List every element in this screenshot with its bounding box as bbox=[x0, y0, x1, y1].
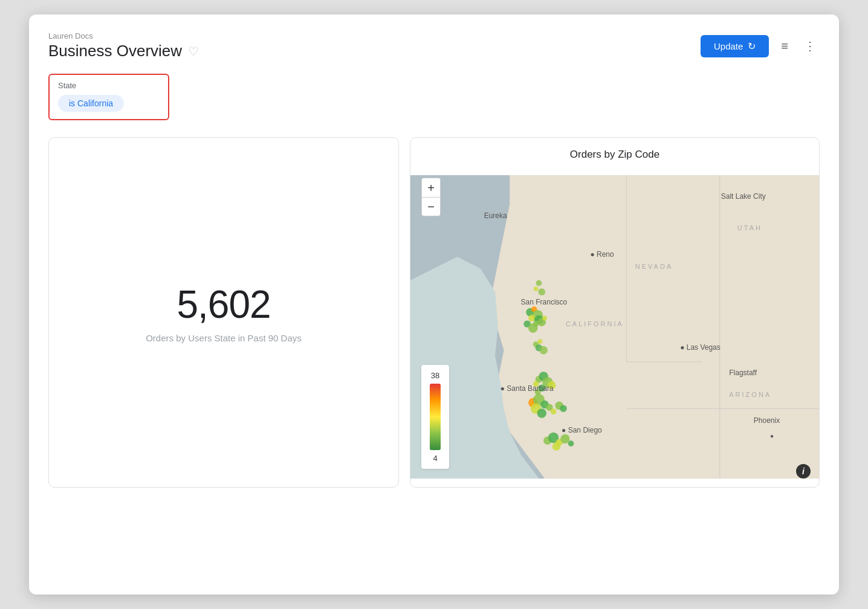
map-container: Eureka ● Reno Salt Lake City NEVADA UTAH… bbox=[410, 167, 819, 487]
page-title-text: Business Overview bbox=[48, 42, 182, 60]
update-button-label: Update bbox=[714, 41, 743, 51]
refresh-icon: ↻ bbox=[748, 40, 756, 52]
stat-panel: 5,602 Orders by Users State in Past 90 D… bbox=[48, 137, 399, 488]
zoom-in-button[interactable]: + bbox=[421, 178, 441, 197]
filter-label: State bbox=[58, 81, 160, 90]
map-info-icon[interactable]: i bbox=[796, 464, 811, 478]
svg-marker-2 bbox=[492, 175, 626, 478]
title-area: Lauren Docs Business Overview ♡ bbox=[48, 31, 199, 60]
page-title: Business Overview ♡ bbox=[48, 42, 199, 60]
main-window: Lauren Docs Business Overview ♡ Update ↻… bbox=[29, 14, 839, 594]
svg-point-24 bbox=[539, 346, 548, 355]
legend-bar bbox=[430, 384, 441, 450]
stat-number: 5,602 bbox=[177, 282, 270, 327]
more-options-button[interactable]: ⋮ bbox=[800, 36, 820, 56]
header: Lauren Docs Business Overview ♡ Update ↻… bbox=[48, 31, 820, 60]
svg-point-44 bbox=[560, 434, 569, 443]
stat-label: Orders by Users State in Past 90 Days bbox=[146, 333, 302, 343]
svg-point-37 bbox=[537, 408, 546, 417]
zoom-out-button[interactable]: − bbox=[421, 197, 441, 216]
favorite-icon[interactable]: ♡ bbox=[188, 44, 199, 59]
svg-point-8 bbox=[536, 280, 542, 286]
legend-max: 38 bbox=[431, 371, 439, 380]
svg-point-18 bbox=[542, 316, 547, 321]
filter-box: State is California bbox=[48, 74, 169, 120]
map-panel: Orders by Zip Code bbox=[410, 137, 820, 488]
breadcrumb: Lauren Docs bbox=[48, 31, 199, 40]
svg-point-20 bbox=[528, 323, 537, 332]
update-button[interactable]: Update ↻ bbox=[701, 35, 769, 57]
svg-point-30 bbox=[548, 381, 556, 390]
svg-point-9 bbox=[534, 286, 539, 291]
map-controls: + − bbox=[421, 178, 441, 216]
filter-icon: ≡ bbox=[781, 39, 788, 53]
filter-chip[interactable]: is California bbox=[58, 95, 124, 112]
filter-section: State is California bbox=[48, 74, 820, 120]
svg-point-45 bbox=[568, 440, 574, 446]
svg-point-40 bbox=[560, 405, 567, 412]
map-legend: 38 4 bbox=[421, 365, 449, 469]
map-title: Orders by Zip Code bbox=[410, 138, 819, 167]
svg-point-10 bbox=[538, 288, 545, 295]
svg-point-38 bbox=[551, 408, 557, 414]
panels-row: 5,602 Orders by Users State in Past 90 D… bbox=[48, 137, 820, 488]
more-icon: ⋮ bbox=[804, 39, 816, 53]
info-circle: i bbox=[796, 464, 811, 478]
svg-rect-1 bbox=[603, 175, 819, 478]
legend-min: 4 bbox=[433, 454, 437, 463]
svg-point-46 bbox=[552, 442, 561, 451]
map-svg bbox=[410, 167, 819, 487]
filter-icon-button[interactable]: ≡ bbox=[777, 37, 792, 56]
svg-point-22 bbox=[538, 339, 543, 344]
svg-point-27 bbox=[533, 381, 539, 387]
header-actions: Update ↻ ≡ ⋮ bbox=[701, 35, 820, 57]
